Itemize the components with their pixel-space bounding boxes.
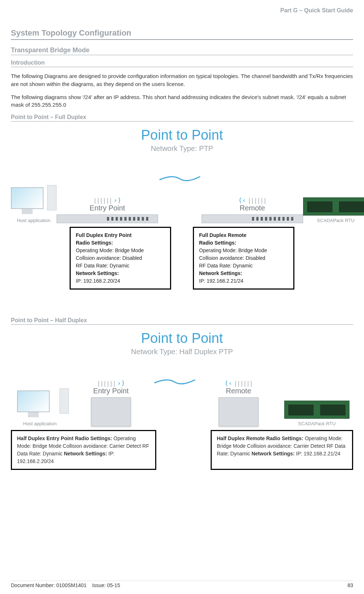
antenna-right-icon: (‹|||||| bbox=[202, 192, 303, 204]
page-number: 83 bbox=[347, 582, 353, 588]
diagram-half-duplex: Point to Point Network Type: Half Duplex… bbox=[11, 331, 353, 470]
monitor-icon bbox=[17, 390, 50, 412]
cfg-title: Full Duplex Entry Point bbox=[76, 232, 165, 239]
remote-label: Remote bbox=[202, 204, 303, 212]
part-header: Part G – Quick Start Guide bbox=[11, 7, 353, 14]
config-box-entry: Half Duplex Entry Point Radio Settings: … bbox=[11, 430, 156, 470]
cfg-rs: Radio Settings: bbox=[199, 239, 288, 247]
diag2-heading: Point to Point – Half Duplex bbox=[11, 317, 353, 325]
cfg-line: Operating Mode: Bridge Mode bbox=[76, 247, 165, 254]
rtu-label: SCADAPack RTU bbox=[281, 421, 353, 426]
cfg-line: Collision avoidance: Carrier Detect bbox=[63, 443, 141, 449]
entry-point-label: Entry Point bbox=[69, 387, 153, 395]
cfg-line: Collision avoidance: Disabled bbox=[76, 254, 165, 262]
cfg-title: Half Duplex Entry Point bbox=[17, 435, 74, 441]
paragraph-1: The following Diagrams are designed to p… bbox=[11, 72, 353, 88]
rtu-icon bbox=[303, 197, 364, 216]
diag2-subtitle: Network Type: Half Duplex PTP bbox=[11, 348, 353, 356]
diag2-title: Point to Point bbox=[11, 331, 353, 346]
config-box-entry: Full Duplex Entry Point Radio Settings: … bbox=[70, 227, 171, 290]
host-label: Host application bbox=[11, 421, 69, 426]
cfg-rs: Radio Settings: bbox=[76, 239, 165, 247]
cfg-title: Half Duplex Remote bbox=[217, 435, 265, 441]
pc-tower-icon bbox=[47, 185, 57, 210]
radio-device-slim bbox=[202, 214, 303, 223]
cfg-ip: IP: 192.168.2.21/24 bbox=[296, 451, 340, 456]
rtu-label: SCADAPack RTU bbox=[303, 218, 364, 223]
config-box-remote: Half Duplex Remote Radio Settings: Opera… bbox=[211, 430, 353, 470]
rtu-icon bbox=[284, 401, 349, 419]
entry-point-label: Entry Point bbox=[57, 204, 158, 212]
section-intro: Introduction bbox=[11, 60, 353, 67]
page-footer: Document Number: 0100SM1401 Issue: 05-15… bbox=[11, 581, 353, 588]
section-mode: Transparent Bridge Mode bbox=[11, 46, 353, 55]
cfg-line: RF Data Rate: Dynamic bbox=[199, 262, 288, 270]
cfg-rs: Radio Settings: bbox=[266, 435, 303, 441]
diag1-title: Point to Point bbox=[11, 127, 353, 143]
diag1-subtitle: Network Type: PTP bbox=[11, 144, 353, 153]
radio-device-slim bbox=[57, 214, 158, 223]
config-box-remote: Full Duplex Remote Radio Settings: Opera… bbox=[193, 227, 294, 290]
diag1-heading: Point to Point – Full Duplex bbox=[11, 114, 353, 122]
doc-issue: Issue: 05-15 bbox=[92, 582, 120, 588]
cfg-ns: Network Settings: bbox=[199, 270, 288, 277]
radio-device-box bbox=[91, 397, 131, 426]
cfg-ns: Network Settings: bbox=[64, 451, 107, 456]
diagram-full-duplex: Point to Point Network Type: PTP Host ap… bbox=[11, 127, 353, 290]
cfg-title: Full Duplex Remote bbox=[199, 232, 288, 239]
host-label: Host application bbox=[11, 218, 57, 223]
radio-device-box bbox=[219, 397, 258, 426]
cfg-line: Operating Mode: Bridge Mode bbox=[199, 247, 288, 254]
cfg-line: RF Data Rate: Dynamic bbox=[76, 262, 165, 270]
monitor-icon bbox=[11, 187, 44, 209]
cfg-ns: Network Settings: bbox=[76, 270, 165, 277]
rf-link-icon bbox=[153, 376, 197, 386]
rf-link-icon bbox=[158, 172, 202, 183]
doc-number: Document Number: 0100SM1401 bbox=[11, 582, 87, 588]
remote-label: Remote bbox=[197, 387, 281, 395]
antenna-left-icon: ||||||›) bbox=[57, 192, 158, 204]
pc-tower-icon bbox=[59, 388, 69, 414]
cfg-line: Collision avoidance: Disabled bbox=[199, 254, 288, 262]
cfg-line: Collision avoidance: Carrier Detect bbox=[247, 443, 325, 449]
antenna-right-icon: (‹|||||| bbox=[197, 374, 281, 387]
cfg-ns: Network Settings: bbox=[252, 451, 295, 456]
page-title: System Topology Configuration bbox=[11, 28, 353, 40]
cfg-ip: IP: 192.168.2.20/24 bbox=[76, 277, 165, 285]
cfg-rs: Radio Settings: bbox=[75, 435, 112, 441]
antenna-left-icon: ||||||›) bbox=[69, 374, 153, 387]
cfg-ip: IP: 192.168.2.21/24 bbox=[199, 277, 288, 285]
paragraph-2: The following diagrams show '/24' after … bbox=[11, 93, 353, 109]
